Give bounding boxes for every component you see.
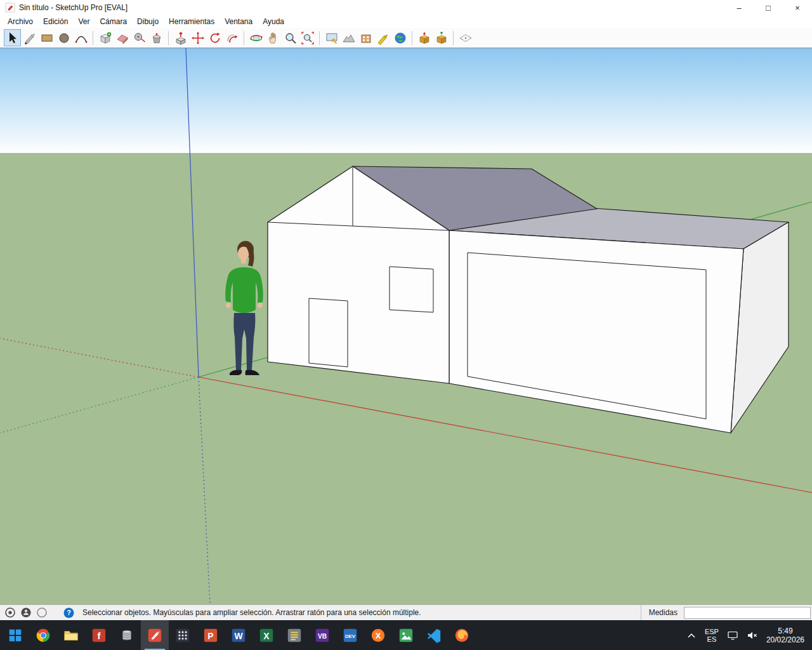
taskbar-notes[interactable] xyxy=(280,620,308,650)
taskbar-visual-basic[interactable]: VB xyxy=(308,620,336,650)
tray-display-button[interactable] xyxy=(727,630,738,640)
tape-measure-button[interactable] xyxy=(131,29,148,46)
taskbar-word[interactable]: W xyxy=(225,620,252,650)
statusbar: ? Seleccionar objetos. Mayúsculas para a… xyxy=(0,604,812,620)
zoom-tool-button[interactable] xyxy=(282,29,299,46)
menu-edicion[interactable]: Edición xyxy=(38,16,73,27)
language-line1: ESP xyxy=(705,628,719,635)
move-icon xyxy=(191,31,205,45)
rotate-tool-button[interactable] xyxy=(206,29,223,46)
help-button[interactable]: ? xyxy=(63,607,75,619)
clock[interactable]: 5:49 20/02/2026 xyxy=(766,627,804,644)
get-current-view-button[interactable] xyxy=(323,29,340,46)
crayon-icon xyxy=(376,31,390,45)
taskbar-photos[interactable] xyxy=(392,620,420,650)
viewport-canvas[interactable] xyxy=(0,48,812,604)
taskbar-powerpoint[interactable]: P xyxy=(197,620,225,650)
status-circle-button[interactable] xyxy=(36,607,48,619)
powerpoint-icon: P xyxy=(202,627,219,644)
menu-dibujo[interactable]: Dibujo xyxy=(132,16,164,27)
chevron-up-icon xyxy=(686,632,697,639)
taskbar-dev-cpp[interactable]: DEV xyxy=(336,620,364,650)
select-icon xyxy=(6,31,20,45)
pan-tool-button[interactable] xyxy=(265,29,282,46)
share-models-button[interactable] xyxy=(433,29,450,46)
menu-ayuda[interactable]: Ayuda xyxy=(258,16,289,27)
window-title: Sin título - SketchUp Pro [EVAL] xyxy=(19,3,128,12)
rectangle-icon xyxy=(40,31,54,45)
chrome-icon xyxy=(35,627,51,644)
taskbar-database[interactable] xyxy=(113,620,141,650)
arc-icon xyxy=(74,31,88,45)
credit-attribution-button[interactable] xyxy=(20,607,32,619)
menu-camara[interactable]: Cámara xyxy=(95,16,132,27)
push-pull-icon xyxy=(174,31,188,45)
push-pull-button[interactable] xyxy=(172,29,189,46)
front-window[interactable] xyxy=(390,267,433,312)
get-models-button[interactable] xyxy=(416,29,433,46)
circle-tool-button[interactable] xyxy=(55,29,72,46)
make-component-icon xyxy=(98,31,112,45)
taskbar-app-grid[interactable] xyxy=(169,620,197,650)
building-maker-button[interactable] xyxy=(374,29,391,46)
paint-bucket-icon xyxy=(150,31,164,45)
dev-cpp-icon: DEV xyxy=(342,627,358,644)
arc-tool-button[interactable] xyxy=(72,29,89,46)
taskbar-chrome[interactable] xyxy=(29,620,57,650)
orbit-tool-button[interactable] xyxy=(247,29,265,46)
taskbar-xampp[interactable]: X xyxy=(364,620,392,650)
paint-bucket-button[interactable] xyxy=(148,29,165,46)
measurements-input[interactable] xyxy=(684,607,811,619)
sketchup-icon xyxy=(147,627,163,644)
taskbar-app-f[interactable]: f xyxy=(85,620,113,650)
language-line2: ES xyxy=(705,635,719,643)
share-models-icon xyxy=(435,31,449,45)
geolocate-icon xyxy=(4,607,16,618)
menu-ver[interactable]: Ver xyxy=(73,16,95,27)
taskbar-file-explorer[interactable] xyxy=(57,620,85,650)
offset-tool-button[interactable] xyxy=(223,29,240,46)
toolbar xyxy=(0,28,812,48)
photo-textures-button[interactable] xyxy=(357,29,374,46)
taskbar-vscode[interactable] xyxy=(420,620,448,650)
close-button[interactable]: × xyxy=(783,0,812,15)
make-component-button[interactable] xyxy=(96,29,114,46)
taskbar-sketchup[interactable] xyxy=(141,620,169,650)
taskbar-firefox[interactable] xyxy=(448,620,476,650)
line-tool-button[interactable] xyxy=(21,29,38,46)
tray-volume-button[interactable] xyxy=(747,630,758,640)
front-door[interactable] xyxy=(309,298,348,367)
eraser-tool-button[interactable] xyxy=(114,29,131,46)
toolbar-separator xyxy=(168,31,169,45)
minimize-button[interactable]: – xyxy=(724,0,754,15)
start-button[interactable] xyxy=(1,620,29,650)
person-neck xyxy=(241,258,246,263)
maximize-button[interactable]: □ xyxy=(754,0,783,15)
svg-text:X: X xyxy=(263,630,270,640)
select-tool-button[interactable] xyxy=(4,29,21,46)
move-tool-button[interactable] xyxy=(189,29,206,46)
app-grid-icon xyxy=(174,627,191,644)
taskbar-excel[interactable]: X xyxy=(252,620,280,650)
zoom-extents-button[interactable] xyxy=(299,29,316,46)
menu-ventana[interactable]: Ventana xyxy=(219,16,258,27)
firefox-icon xyxy=(454,627,470,644)
menu-archivo[interactable]: Archivo xyxy=(3,16,38,27)
geolocate-button[interactable] xyxy=(4,607,16,619)
circle-icon xyxy=(57,31,71,45)
language-indicator[interactable]: ESP ES xyxy=(705,628,719,643)
tape-measure-icon xyxy=(133,31,147,45)
google-earth-button[interactable] xyxy=(391,29,409,46)
toggle-terrain-button[interactable] xyxy=(340,29,357,46)
status-help-text: Seleccionar objetos. Mayúsculas para amp… xyxy=(82,608,421,617)
rectangle-tool-button[interactable] xyxy=(38,29,55,46)
person-hand-right xyxy=(258,303,263,308)
terrain-icon xyxy=(342,31,356,45)
menu-herramientas[interactable]: Herramientas xyxy=(164,16,219,27)
section-plane-button[interactable] xyxy=(457,29,474,46)
sketchup-logo-icon xyxy=(5,3,15,13)
tray-overflow-button[interactable] xyxy=(686,632,697,639)
titlebar: Sin título - SketchUp Pro [EVAL] – □ × xyxy=(0,0,812,15)
rotate-icon xyxy=(208,31,222,45)
system-tray: ESP ES 5:49 20/02/2026 xyxy=(686,620,812,650)
